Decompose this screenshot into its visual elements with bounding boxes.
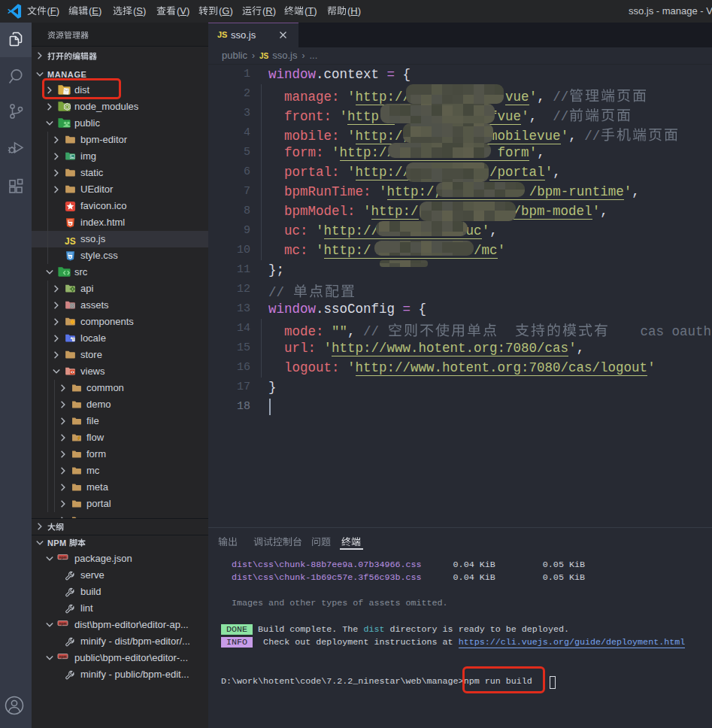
svg-text:npm: npm — [59, 622, 67, 626]
svg-text:npm: npm — [59, 556, 67, 560]
svg-text:npm: npm — [59, 655, 67, 659]
